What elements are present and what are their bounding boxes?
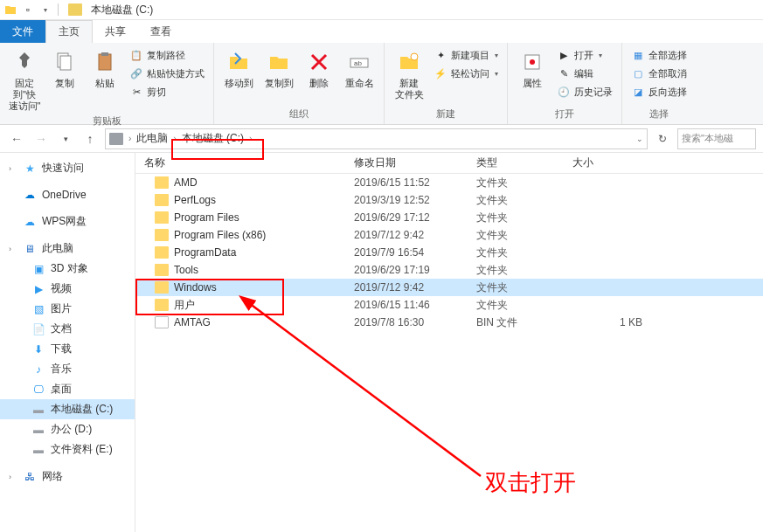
qat-dropdown[interactable]: ▾ [38, 3, 52, 17]
file-row[interactable]: Program Files2019/6/29 17:12文件夹 [135, 209, 763, 226]
file-date: 2019/7/12 9:42 [354, 281, 476, 294]
sidebar-item[interactable]: ›★快速访问 [0, 158, 135, 178]
recent-button[interactable]: ▾ [56, 129, 75, 149]
desktop-icon: 🖵 [31, 383, 45, 397]
refresh-button[interactable]: ↻ [653, 129, 672, 149]
sidebar-item[interactable]: ☁OneDrive [0, 185, 135, 204]
col-type[interactable]: 类型 [476, 155, 572, 170]
sidebar-item[interactable]: ▶视频 [0, 279, 135, 299]
edit-button[interactable]: ✎编辑 [553, 65, 616, 82]
tab-home[interactable]: 主页 [45, 20, 93, 43]
newfolder-button[interactable]: 新建 文件夹 [390, 46, 428, 102]
column-headers[interactable]: 名称 修改日期 类型 大小 [135, 153, 763, 174]
cut-icon: ✂ [129, 85, 143, 99]
tab-view[interactable]: 查看 [138, 20, 184, 43]
open-button[interactable]: ▶打开▾ [553, 46, 616, 64]
tab-share[interactable]: 共享 [93, 20, 138, 43]
newitem-button[interactable]: ✦新建项目▾ [430, 46, 502, 64]
sidebar-item[interactable]: ⬇下载 [0, 339, 135, 359]
cut-button[interactable]: ✂剪切 [126, 83, 208, 100]
back-button[interactable]: ← [7, 129, 26, 149]
music-icon: ♪ [31, 363, 45, 377]
file-row[interactable]: ProgramData2019/7/9 16:54文件夹 [135, 244, 763, 261]
sidebar-item-label: 视频 [51, 281, 72, 296]
sidebar-item[interactable]: ▣3D 对象 [0, 259, 135, 279]
rename-button[interactable]: ab 重命名 [340, 46, 378, 91]
sidebar-item[interactable]: ▧图片 [0, 299, 135, 319]
history-icon: 🕘 [557, 85, 571, 99]
file-date: 2019/6/15 11:46 [354, 299, 476, 311]
svg-point-8 [530, 59, 535, 65]
sidebar-item-label: 文档 [51, 321, 72, 336]
copy-button[interactable]: 复制 [45, 46, 84, 114]
pin-button[interactable]: 固定到"快 速访问" [5, 46, 44, 114]
history-button[interactable]: 🕘历史记录 [553, 83, 616, 100]
file-row[interactable]: AMD2019/6/15 11:52文件夹 [135, 174, 763, 191]
properties-button[interactable]: 属性 [513, 46, 551, 100]
chevron-icon[interactable]: › [171, 134, 177, 143]
invertsel-button[interactable]: ◪反向选择 [628, 83, 690, 100]
qat-icon[interactable]: ▫ [21, 3, 35, 17]
sidebar-item[interactable]: 🖵桌面 [0, 379, 135, 399]
sidebar-item-label: 音乐 [51, 362, 72, 377]
file-date: 2019/6/15 11:52 [354, 176, 476, 189]
sidebar-item[interactable]: ▬本地磁盘 (C:) [0, 399, 135, 419]
crumb-drive[interactable]: 本地磁盘 (C:) [178, 131, 247, 146]
paste-icon [91, 48, 119, 76]
paste-button[interactable]: 粘贴 [86, 46, 124, 114]
titlebar: ▫ ▾ 本地磁盘 (C:) [0, 0, 763, 20]
col-name[interactable]: 名称 [135, 155, 354, 170]
file-row[interactable]: PerfLogs2019/3/19 12:52文件夹 [135, 191, 763, 209]
col-size[interactable]: 大小 [572, 155, 660, 170]
chevron-icon[interactable]: › [127, 134, 133, 143]
file-date: 2019/6/29 17:19 [354, 264, 476, 276]
file-row[interactable]: Tools2019/6/29 17:19文件夹 [135, 261, 763, 279]
file-name: Program Files [174, 211, 239, 224]
file-name: Tools [174, 264, 198, 276]
sidebar-item-label: WPS网盘 [42, 214, 87, 229]
sidebar-item[interactable]: ♪音乐 [0, 359, 135, 379]
file-row[interactable]: AMTAG2019/7/8 16:30BIN 文件1 KB [135, 314, 763, 331]
newitem-icon: ✦ [434, 48, 447, 62]
sidebar-item[interactable]: ▬办公 (D:) [0, 419, 135, 439]
copypath-button[interactable]: 📋复制路径 [126, 46, 208, 64]
file-row[interactable]: 用户2019/6/15 11:46文件夹 [135, 296, 763, 314]
expand-icon[interactable]: › [9, 164, 17, 173]
sidebar-item[interactable]: ›🖥此电脑 [0, 238, 135, 259]
breadcrumb[interactable]: › 此电脑 › 本地磁盘 (C:) › ⌄ [105, 128, 648, 149]
search-input[interactable]: 搜索"本地磁 [677, 128, 756, 149]
tab-file[interactable]: 文件 [0, 20, 45, 43]
expand-icon[interactable]: › [9, 245, 17, 253]
file-type: 文件夹 [476, 211, 572, 225]
easyaccess-button[interactable]: ⚡轻松访问▾ [430, 65, 502, 82]
sidebar-item[interactable]: ▬文件资料 (E:) [0, 439, 135, 459]
delete-button[interactable]: 删除 [300, 46, 338, 91]
drive-icon [68, 3, 82, 16]
folder-icon [155, 246, 169, 259]
chevron-icon[interactable]: › [247, 134, 253, 143]
folder-icon [155, 176, 169, 189]
sidebar-item-label: 图片 [51, 301, 72, 316]
file-row[interactable]: Program Files (x86)2019/7/12 9:42文件夹 [135, 226, 763, 244]
easyaccess-icon: ⚡ [434, 66, 447, 80]
sidebar-item-label: 3D 对象 [51, 261, 88, 276]
dropdown-icon[interactable]: ⌄ [636, 135, 643, 143]
expand-icon[interactable]: › [9, 473, 17, 481]
copyto-button[interactable]: 复制到 [260, 46, 298, 91]
crumb-thispc[interactable]: 此电脑 [133, 131, 171, 146]
moveto-button[interactable]: 移动到 [219, 46, 258, 91]
forward-button[interactable]: → [31, 129, 51, 149]
sidebar-item[interactable]: 📄文档 [0, 319, 135, 339]
selectnone-button[interactable]: ▢全部取消 [628, 65, 690, 82]
file-row[interactable]: Windows2019/7/12 9:42文件夹 [135, 279, 763, 296]
file-date: 2019/7/9 16:54 [354, 246, 476, 259]
copy-icon [51, 48, 79, 76]
file-list: AMD2019/6/15 11:52文件夹PerfLogs2019/3/19 1… [135, 174, 763, 331]
up-button[interactable]: ↑ [80, 129, 100, 149]
pasteshortcut-button[interactable]: 🔗粘贴快捷方式 [126, 65, 208, 82]
download-icon: ⬇ [31, 342, 45, 356]
col-date[interactable]: 修改日期 [354, 155, 476, 170]
sidebar-item[interactable]: ›🖧网络 [0, 466, 135, 487]
sidebar-item[interactable]: ☁WPS网盘 [0, 211, 135, 231]
selectall-button[interactable]: ▦全部选择 [628, 46, 690, 64]
